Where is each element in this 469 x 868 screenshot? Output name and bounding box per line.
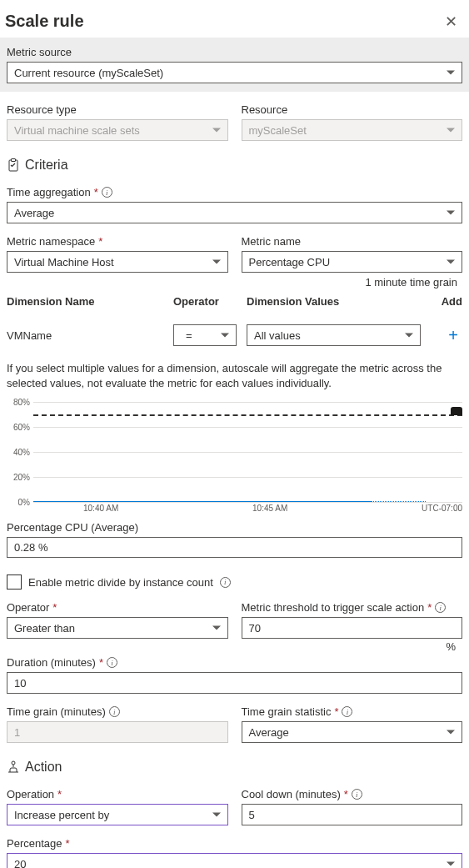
x-tick: 10:40 AM	[83, 504, 118, 513]
dim-header-values: Dimension Values	[247, 295, 421, 308]
criteria-heading: Criteria	[0, 153, 469, 178]
threshold-handle[interactable]	[451, 407, 462, 415]
resource-value: myScaleSet	[249, 124, 307, 137]
metric-source-label: Metric source	[7, 46, 462, 58]
chart-series-line	[33, 501, 372, 502]
action-heading-text: Action	[25, 760, 62, 775]
metric-chart: 80% 60% 40% 20% 0% 10:40 AM 10:45 AM UTC…	[0, 399, 469, 514]
chart-series-line-projection	[362, 501, 426, 502]
y-tick: 0%	[7, 498, 30, 507]
y-tick: 20%	[7, 473, 30, 482]
info-icon[interactable]: i	[102, 187, 112, 198]
add-dimension-button[interactable]: +	[444, 326, 462, 344]
x-tick: 10:45 AM	[252, 504, 287, 513]
divide-by-instance-label: Enable metric divide by instance count	[28, 576, 213, 589]
resource-label: Resource	[242, 103, 463, 116]
metric-namespace-value: Virtual Machine Host	[14, 256, 114, 268]
percentage-input[interactable]: 20	[7, 853, 462, 868]
resource-select: myScaleSet	[242, 119, 463, 141]
duration-value: 10	[14, 677, 26, 690]
dim-header-operator: Operator	[173, 295, 237, 308]
metric-current-value: Percentage CPU (Average) 0.28 %	[0, 514, 469, 568]
percentage-label: Percentage *	[7, 837, 462, 850]
threshold-input[interactable]: 70	[242, 617, 463, 639]
metric-source-select[interactable]: Current resource (myScaleSet)	[7, 62, 462, 83]
dim-header-name: Dimension Name	[7, 295, 173, 308]
operator-value: Greater than	[14, 622, 75, 635]
time-grain-stat-label: Time grain statistic * i	[242, 705, 463, 718]
operation-label: Operation *	[7, 788, 228, 800]
resource-type-label: Resource type	[7, 103, 228, 116]
divide-by-instance-row: Enable metric divide by instance count i	[0, 568, 469, 601]
info-icon[interactable]: i	[109, 706, 120, 717]
metric-namespace-select[interactable]: Virtual Machine Host	[7, 251, 228, 273]
time-grain-note: 1 minute time grain	[0, 274, 469, 288]
operator-label: Operator *	[7, 601, 228, 614]
duration-label: Duration (minutes) * i	[7, 656, 462, 669]
metric-source-value: Current resource (myScaleSet)	[14, 67, 163, 79]
info-icon[interactable]: i	[352, 789, 362, 800]
table-row: VMName = All values +	[7, 314, 462, 356]
threshold-unit: %	[242, 639, 463, 653]
dimensions-table: Dimension Name Operator Dimension Values…	[0, 288, 469, 356]
time-aggregation-label: Time aggregation * i	[7, 186, 462, 198]
dimension-values-select[interactable]: All values	[247, 324, 421, 346]
operator-select[interactable]: Greater than	[7, 617, 228, 639]
time-grain-stat-select[interactable]: Average	[242, 721, 463, 743]
info-icon[interactable]: i	[435, 602, 446, 613]
dim-header-add: Add	[429, 295, 462, 308]
time-aggregation-select[interactable]: Average	[7, 202, 462, 223]
panel-header: Scale rule ✕	[0, 0, 469, 38]
chart-timezone: UTC-07:00	[422, 504, 462, 513]
cooldown-label: Cool down (minutes) * i	[242, 788, 463, 800]
operation-select[interactable]: Increase percent by	[7, 804, 228, 825]
cooldown-input[interactable]: 5	[242, 804, 463, 825]
metric-name-select[interactable]: Percentage CPU	[242, 251, 463, 273]
action-heading: Action	[0, 755, 469, 780]
y-tick: 40%	[7, 448, 30, 457]
dimensions-header: Dimension Name Operator Dimension Values…	[7, 288, 462, 314]
metric-source-section: Metric source Current resource (myScaleS…	[0, 38, 469, 92]
dimension-name: VMName	[7, 329, 173, 342]
dimensions-helper-text: If you select multiple values for a dime…	[0, 356, 469, 399]
duration-input[interactable]: 10	[7, 672, 462, 694]
chart-x-axis: 10:40 AM 10:45 AM UTC-07:00	[7, 502, 462, 513]
close-icon[interactable]: ✕	[445, 13, 457, 31]
info-icon[interactable]: i	[220, 577, 231, 588]
clipboard-icon	[7, 158, 20, 172]
metric-name-label: Metric name	[242, 235, 463, 248]
metric-display-label: Percentage CPU (Average)	[7, 521, 462, 534]
dimension-operator-value: =	[186, 329, 192, 342]
dimension-values-value: All values	[254, 329, 301, 342]
info-icon[interactable]: i	[342, 706, 352, 717]
y-tick: 80%	[7, 398, 30, 407]
info-icon[interactable]: i	[107, 657, 117, 668]
criteria-heading-text: Criteria	[25, 158, 68, 173]
divide-by-instance-checkbox[interactable]	[7, 574, 22, 590]
time-grain-input: 1	[7, 721, 228, 743]
y-tick: 60%	[7, 423, 30, 432]
operation-value: Increase percent by	[14, 809, 109, 821]
svg-rect-1	[12, 159, 16, 162]
dimension-operator-select[interactable]: =	[173, 324, 237, 346]
action-icon	[7, 760, 20, 774]
panel-title: Scale rule	[5, 12, 84, 31]
time-aggregation-value: Average	[14, 207, 54, 219]
threshold-line	[33, 414, 462, 416]
metric-display-box: 0.28 %	[7, 537, 462, 558]
metric-name-value: Percentage CPU	[249, 256, 331, 268]
resource-type-select: Virtual machine scale sets	[7, 119, 228, 141]
cooldown-value: 5	[249, 809, 255, 821]
resource-type-value: Virtual machine scale sets	[14, 124, 140, 137]
time-grain-label: Time grain (minutes) i	[7, 705, 228, 718]
svg-point-2	[12, 761, 15, 765]
percentage-value: 20	[14, 858, 26, 868]
threshold-label: Metric threshold to trigger scale action…	[242, 601, 463, 614]
metric-namespace-label: Metric namespace *	[7, 235, 228, 248]
threshold-value: 70	[249, 622, 261, 635]
time-grain-value: 1	[14, 726, 20, 739]
time-grain-stat-value: Average	[249, 726, 289, 739]
